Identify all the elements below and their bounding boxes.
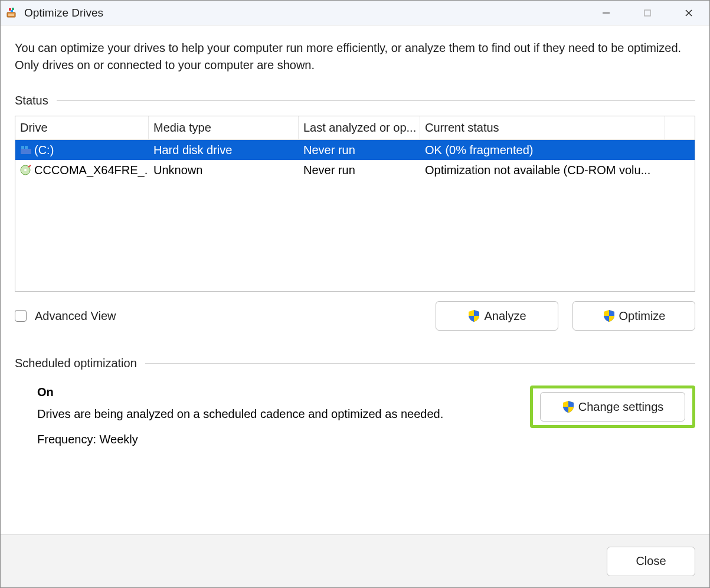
drive-last: Never run <box>299 162 420 178</box>
col-last[interactable]: Last analyzed or op... <box>299 116 420 139</box>
svg-rect-4 <box>11 10 13 12</box>
svg-point-13 <box>24 169 27 171</box>
analyze-button[interactable]: Analyze <box>436 301 558 331</box>
close-label: Close <box>636 554 666 568</box>
drive-status: Optimization not available (CD-ROM volu.… <box>420 162 665 178</box>
content-area: You can optimize your drives to help you… <box>1 25 709 534</box>
shield-icon <box>603 309 616 322</box>
advanced-view-checkbox[interactable]: Advanced View <box>15 309 116 323</box>
change-settings-label: Change settings <box>578 400 664 414</box>
svg-rect-1 <box>8 14 14 16</box>
optimize-drives-window: Optimize Drives You can optimize your dr… <box>0 0 710 588</box>
checkbox-box[interactable] <box>15 310 27 322</box>
schedule-heading: Scheduled optimization <box>15 357 695 370</box>
schedule-text: On Drives are being analyzed on a schedu… <box>37 386 530 446</box>
drive-list[interactable]: Drive Media type Last analyzed or op... … <box>15 116 695 292</box>
window-title: Optimize Drives <box>24 6 103 19</box>
svg-rect-11 <box>25 146 28 149</box>
svg-rect-6 <box>644 10 650 16</box>
svg-rect-9 <box>21 149 31 154</box>
shield-icon <box>562 400 575 413</box>
drive-media: Unknown <box>149 162 299 178</box>
divider-line <box>57 100 695 101</box>
drive-name-cell: (C:) <box>15 142 149 158</box>
close-window-button[interactable] <box>668 1 709 25</box>
optimize-drives-icon <box>6 7 18 19</box>
footer: Close <box>1 534 709 587</box>
drive-name: CCCOMA_X64FRE_... <box>34 164 149 177</box>
below-list-row: Advanced View Analyze Optimize <box>15 301 695 331</box>
close-button[interactable]: Close <box>607 547 695 576</box>
drive-row[interactable]: (C:) Hard disk drive Never run OK (0% fr… <box>15 140 695 160</box>
schedule-frequency: Frequency: Weekly <box>37 433 530 446</box>
change-settings-button[interactable]: Change settings <box>540 392 685 422</box>
disc-icon <box>20 165 32 175</box>
svg-rect-10 <box>21 146 24 149</box>
col-current[interactable]: Current status <box>420 116 665 139</box>
shield-icon <box>467 309 480 322</box>
schedule-desc: Drives are being analyzed on a scheduled… <box>37 407 530 421</box>
col-media[interactable]: Media type <box>149 116 299 139</box>
drive-media: Hard disk drive <box>149 142 299 158</box>
intro-text: You can optimize your drives to help you… <box>15 40 695 74</box>
divider-line <box>145 363 695 364</box>
titlebar: Optimize Drives <box>1 1 709 25</box>
drive-row[interactable]: CCCOMA_X64FRE_... Unknown Never run Opti… <box>15 160 695 180</box>
highlight-box: Change settings <box>530 386 695 428</box>
col-drive[interactable]: Drive <box>15 116 149 139</box>
drive-status: OK (0% fragmented) <box>420 142 665 158</box>
advanced-view-label: Advanced View <box>35 309 116 323</box>
hdd-icon <box>20 145 32 155</box>
drive-last: Never run <box>299 142 420 158</box>
schedule-body: On Drives are being analyzed on a schedu… <box>15 386 695 446</box>
analyze-label: Analyze <box>484 309 526 323</box>
drive-name-cell: CCCOMA_X64FRE_... <box>15 162 149 178</box>
status-heading: Status <box>15 94 695 107</box>
optimize-button[interactable]: Optimize <box>572 301 695 331</box>
maximize-button[interactable] <box>627 1 668 25</box>
drive-list-header: Drive Media type Last analyzed or op... … <box>15 116 695 140</box>
change-settings-wrap: Change settings <box>530 386 695 446</box>
schedule-heading-label: Scheduled optimization <box>15 357 137 370</box>
minimize-button[interactable] <box>585 1 627 25</box>
optimize-label: Optimize <box>619 309 666 323</box>
status-heading-label: Status <box>15 94 48 107</box>
col-spacer <box>665 116 695 139</box>
schedule-state: On <box>37 386 530 399</box>
svg-rect-3 <box>12 8 14 10</box>
drive-name: (C:) <box>34 143 54 157</box>
